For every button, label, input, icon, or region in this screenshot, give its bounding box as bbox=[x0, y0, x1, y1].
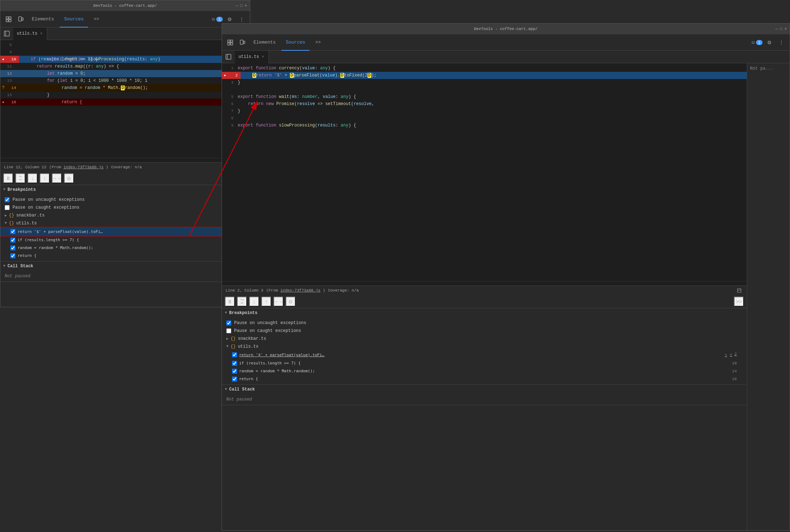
minimize-btn-2[interactable]: — bbox=[775, 27, 778, 31]
tab-sources-2[interactable]: Sources bbox=[281, 34, 310, 51]
step-into-btn-1[interactable]: ↓ bbox=[28, 173, 38, 183]
bp-cb-2-3[interactable] bbox=[232, 369, 237, 374]
code-scroll-1[interactable]: 8 9 export function slowProcessing(resul… bbox=[0, 40, 250, 158]
code-area-1: 8 9 export function slowProcessing(resul… bbox=[0, 40, 250, 162]
step-btn-1[interactable]: →→ bbox=[52, 173, 62, 183]
step-out-btn-1[interactable]: ↑ bbox=[40, 173, 50, 183]
coverage-icon-2[interactable] bbox=[735, 287, 743, 294]
console-btn-2[interactable]: 1 bbox=[752, 37, 762, 48]
settings-btn-1[interactable]: ⚙ bbox=[224, 14, 235, 25]
step-out-btn-2[interactable]: ↑ bbox=[261, 297, 271, 307]
svg-rect-4 bbox=[19, 17, 21, 21]
code-line-2-5: 5 export function wait(ms: number, value… bbox=[222, 93, 747, 100]
bp-item-2-3[interactable]: random = random * Math.random(); 14 bbox=[222, 367, 747, 375]
tab-more-1[interactable]: >> bbox=[89, 11, 104, 28]
tab-sources-1[interactable]: Sources bbox=[60, 11, 88, 28]
file-icon-utils-1: {} bbox=[9, 221, 14, 226]
tab-elements-2[interactable]: Elements bbox=[249, 34, 280, 51]
pause-uncaught-cb-1[interactable] bbox=[5, 197, 10, 202]
file-tab-close-2[interactable]: × bbox=[261, 54, 265, 60]
code-line-12: 12 let random = 0; bbox=[0, 70, 250, 77]
code-scroll-2[interactable]: 1 export function currency(value: any) {… bbox=[222, 63, 747, 281]
device-icon-2[interactable] bbox=[237, 37, 248, 48]
code-lines-2: 1 export function currency(value: any) {… bbox=[222, 63, 747, 130]
sidebar-toggle-2[interactable] bbox=[223, 52, 233, 62]
horizontal-scroll-1[interactable] bbox=[0, 158, 250, 162]
close-btn-2[interactable]: × bbox=[784, 27, 787, 31]
bp-cb-2-4[interactable] bbox=[232, 377, 237, 382]
pause-caught-cb-1[interactable] bbox=[5, 205, 10, 210]
call-stack-header-1[interactable]: ▼ Call Stack bbox=[0, 262, 250, 271]
bp-edit-2-1[interactable]: ✎ bbox=[724, 352, 728, 358]
deactivate-btn-2[interactable]: ⊘ bbox=[286, 297, 296, 307]
status-bar-2: Line 2, Column 3 (From index-73f73a80.js… bbox=[222, 285, 747, 295]
bp-cb-2-2[interactable] bbox=[232, 361, 237, 366]
code-line-14: ? 14 random = random * Math.Drandom(); bbox=[0, 84, 250, 91]
titlebar-controls-2: — □ × bbox=[775, 27, 787, 31]
step-into-btn-2[interactable]: ↓ bbox=[249, 297, 259, 307]
bp-file-utils-2[interactable]: ▼ {} utils.ts bbox=[222, 343, 747, 350]
file-tab-close-1[interactable]: × bbox=[40, 31, 43, 36]
pause-resume-btn-2[interactable]: ⏸ bbox=[225, 297, 235, 307]
file-tab-utils-1[interactable]: utils.ts × bbox=[13, 28, 47, 40]
main-toolbar-2: Elements Sources >> 1 ⚙ ⋮ bbox=[222, 34, 790, 51]
console-btn-1[interactable]: 1 bbox=[212, 14, 223, 25]
inspect-icon-1[interactable] bbox=[3, 14, 14, 25]
code-line-2-6: 6 return new Promise(resolve => setTimeo… bbox=[222, 100, 747, 108]
not-paused-1: Not paused bbox=[0, 271, 250, 282]
step-btn-2[interactable]: →→ bbox=[273, 297, 283, 307]
bp-item-2-2[interactable]: if (results.length >= 7) { 10 bbox=[222, 359, 747, 367]
bp-item-1-1[interactable]: return '$' + parseFloat(value).toFi… ✎ ×… bbox=[0, 227, 250, 236]
maximize-btn-2[interactable]: □ bbox=[780, 27, 782, 31]
svg-rect-2 bbox=[6, 20, 8, 22]
bp-item-1-3[interactable]: random = random * Math.random(); 14 bbox=[0, 244, 250, 252]
bp-item-2-4[interactable]: return { 16 bbox=[222, 375, 747, 383]
call-stack-section-1: ▼ Call Stack Not paused bbox=[0, 262, 250, 282]
code-line-8: 8 bbox=[0, 41, 250, 49]
breakpoints-header-1[interactable]: ▼ Breakpoints bbox=[0, 185, 250, 194]
sidebar-panels-2[interactable]: ▼ Breakpoints Pause on uncaught exceptio… bbox=[222, 308, 747, 531]
bp-cb-1-1[interactable] bbox=[10, 229, 15, 234]
settings-btn-2[interactable]: ⚙ bbox=[764, 37, 775, 48]
more-btn-1[interactable]: ⋮ bbox=[236, 14, 247, 25]
bp-file-snackbar-1[interactable]: ▶ {} snackbar.ts bbox=[0, 212, 250, 219]
bp-cb-1-4[interactable] bbox=[10, 253, 15, 258]
svg-rect-13 bbox=[228, 43, 230, 45]
bp-cb-1-3[interactable] bbox=[10, 245, 15, 250]
bp-remove-2-1[interactable]: × bbox=[729, 352, 733, 358]
minimize-btn-1[interactable]: — bbox=[236, 4, 238, 8]
expand-btn-2[interactable]: >> bbox=[734, 297, 744, 307]
tab-more-2[interactable]: >> bbox=[311, 34, 325, 51]
maximize-btn-1[interactable]: □ bbox=[240, 4, 243, 8]
not-paused-2: Not paused bbox=[222, 394, 747, 405]
sidebar-toggle-1[interactable] bbox=[2, 29, 12, 39]
step-over-btn-2[interactable] bbox=[237, 297, 247, 307]
source-link-1[interactable]: index-73f73a80.js bbox=[63, 165, 103, 169]
inspect-icon-2[interactable] bbox=[225, 37, 236, 48]
pause-caught-cb-2[interactable] bbox=[226, 328, 231, 333]
step-over-btn-1[interactable] bbox=[15, 173, 25, 183]
code-line-10: ● 10 if (results.length >= 7) { bbox=[0, 56, 250, 63]
breakpoints-header-2[interactable]: ▼ Breakpoints bbox=[222, 308, 747, 318]
pause-resume-btn-1[interactable]: ⏸ bbox=[3, 173, 13, 183]
more-btn-2[interactable]: ⋮ bbox=[776, 37, 787, 48]
horizontal-scroll-2[interactable] bbox=[222, 281, 747, 285]
bp-cb-2-1[interactable] bbox=[232, 352, 237, 357]
call-stack-header-2[interactable]: ▼ Call Stack bbox=[222, 385, 747, 394]
bp-cb-1-2[interactable] bbox=[10, 238, 15, 243]
pause-uncaught-cb-2[interactable] bbox=[226, 320, 231, 325]
close-btn-1[interactable]: × bbox=[245, 4, 247, 8]
file-tab-utils-2[interactable]: utils.ts × bbox=[235, 51, 269, 63]
bp-file-snackbar-2[interactable]: ▶ {} snackbar.ts bbox=[222, 335, 747, 343]
source-link-2[interactable]: index-73f73a80.js bbox=[280, 288, 320, 293]
deactivate-btn-1[interactable]: ⊘ bbox=[64, 173, 74, 183]
bp-item-1-4[interactable]: return { 16 bbox=[0, 252, 250, 260]
debug-toolbar-1: ⏸ ↓ ↑ →→ ⊘ bbox=[0, 172, 250, 185]
tab-elements-1[interactable]: Elements bbox=[28, 11, 58, 28]
device-icon-1[interactable] bbox=[15, 14, 26, 25]
bp-file-utils-1[interactable]: ▼ {} utils.ts bbox=[0, 219, 250, 227]
bp-filename-utils-1: utils.ts bbox=[16, 221, 37, 226]
bp-item-1-2[interactable]: if (results.length >= 7) { 10 bbox=[0, 236, 250, 244]
sidebar-panels-1[interactable]: ▼ Breakpoints Pause on uncaught exceptio… bbox=[0, 185, 250, 307]
bp-item-2-1[interactable]: return '$' + parseFloat(value).toFi… ✎ ×… bbox=[222, 350, 747, 359]
